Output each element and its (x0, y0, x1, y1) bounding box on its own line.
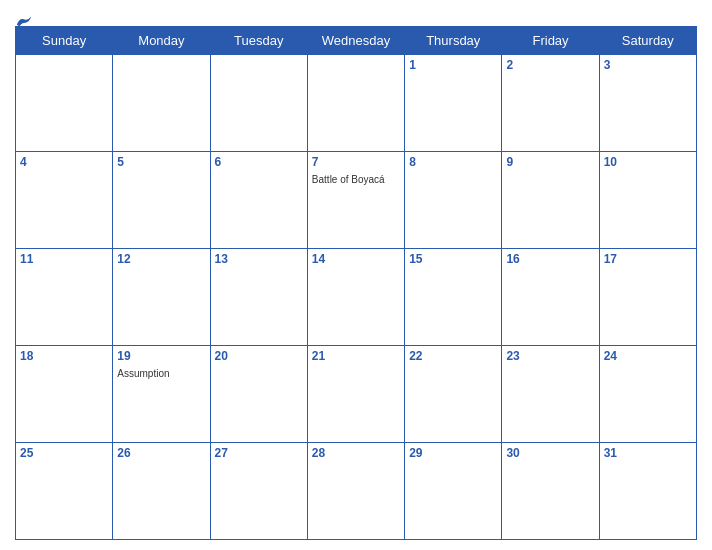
weekday-header-wednesday: Wednesday (307, 27, 404, 55)
weekday-header-monday: Monday (113, 27, 210, 55)
week-row-1: 123 (16, 55, 697, 152)
day-number: 27 (215, 446, 303, 460)
weekday-header-sunday: Sunday (16, 27, 113, 55)
calendar-table: SundayMondayTuesdayWednesdayThursdayFrid… (15, 26, 697, 540)
weekday-header-tuesday: Tuesday (210, 27, 307, 55)
day-number: 1 (409, 58, 497, 72)
day-number: 29 (409, 446, 497, 460)
calendar-cell: 2 (502, 55, 599, 152)
day-number: 11 (20, 252, 108, 266)
calendar-cell: 17 (599, 249, 696, 346)
day-number: 12 (117, 252, 205, 266)
calendar-cell: 16 (502, 249, 599, 346)
day-number: 20 (215, 349, 303, 363)
day-number: 8 (409, 155, 497, 169)
calendar-cell: 13 (210, 249, 307, 346)
day-number: 26 (117, 446, 205, 460)
weekday-header-friday: Friday (502, 27, 599, 55)
day-number: 25 (20, 446, 108, 460)
calendar-cell: 5 (113, 152, 210, 249)
calendar-cell: 9 (502, 152, 599, 249)
day-number: 10 (604, 155, 692, 169)
day-number: 17 (604, 252, 692, 266)
calendar-cell: 3 (599, 55, 696, 152)
calendar-cell: 15 (405, 249, 502, 346)
calendar-cell: 23 (502, 346, 599, 443)
day-number: 7 (312, 155, 400, 169)
calendar-cell (113, 55, 210, 152)
calendar-cell: 25 (16, 443, 113, 540)
day-number: 2 (506, 58, 594, 72)
calendar-cell: 28 (307, 443, 404, 540)
calendar-cell (307, 55, 404, 152)
day-event: Assumption (117, 368, 169, 379)
day-number: 13 (215, 252, 303, 266)
calendar-cell: 1 (405, 55, 502, 152)
calendar-cell: 31 (599, 443, 696, 540)
calendar-cell: 22 (405, 346, 502, 443)
day-number: 18 (20, 349, 108, 363)
week-row-4: 1819Assumption2021222324 (16, 346, 697, 443)
calendar-cell: 14 (307, 249, 404, 346)
weekday-header-thursday: Thursday (405, 27, 502, 55)
day-number: 28 (312, 446, 400, 460)
calendar-cell: 19Assumption (113, 346, 210, 443)
calendar-cell: 8 (405, 152, 502, 249)
calendar-cell: 21 (307, 346, 404, 443)
day-number: 6 (215, 155, 303, 169)
calendar-cell: 6 (210, 152, 307, 249)
calendar-header (15, 10, 697, 20)
calendar-cell: 10 (599, 152, 696, 249)
day-number: 3 (604, 58, 692, 72)
calendar-cell: 24 (599, 346, 696, 443)
calendar-cell: 30 (502, 443, 599, 540)
week-row-5: 25262728293031 (16, 443, 697, 540)
week-row-2: 4567Battle of Boyacá8910 (16, 152, 697, 249)
calendar-cell: 4 (16, 152, 113, 249)
calendar-cell: 20 (210, 346, 307, 443)
day-number: 30 (506, 446, 594, 460)
day-number: 31 (604, 446, 692, 460)
day-number: 22 (409, 349, 497, 363)
weekday-header-saturday: Saturday (599, 27, 696, 55)
day-number: 4 (20, 155, 108, 169)
day-event: Battle of Boyacá (312, 174, 385, 185)
calendar-cell: 7Battle of Boyacá (307, 152, 404, 249)
calendar-cell: 26 (113, 443, 210, 540)
day-number: 23 (506, 349, 594, 363)
day-number: 16 (506, 252, 594, 266)
calendar-cell (210, 55, 307, 152)
day-number: 14 (312, 252, 400, 266)
logo-bird-icon (15, 15, 33, 29)
calendar-cell (16, 55, 113, 152)
week-row-3: 11121314151617 (16, 249, 697, 346)
weekday-header-row: SundayMondayTuesdayWednesdayThursdayFrid… (16, 27, 697, 55)
day-number: 19 (117, 349, 205, 363)
day-number: 15 (409, 252, 497, 266)
calendar-cell: 12 (113, 249, 210, 346)
day-number: 24 (604, 349, 692, 363)
day-number: 21 (312, 349, 400, 363)
calendar-cell: 29 (405, 443, 502, 540)
logo (15, 15, 36, 29)
calendar-cell: 18 (16, 346, 113, 443)
calendar-cell: 27 (210, 443, 307, 540)
calendar-cell: 11 (16, 249, 113, 346)
day-number: 9 (506, 155, 594, 169)
day-number: 5 (117, 155, 205, 169)
